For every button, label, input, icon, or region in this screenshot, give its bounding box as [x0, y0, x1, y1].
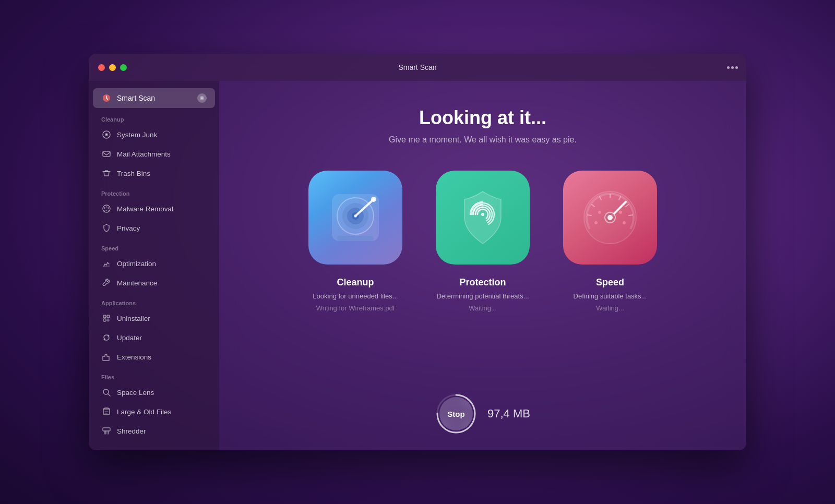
- cleanup-card-icon: [308, 171, 402, 265]
- smart-scan-badge: [197, 93, 207, 103]
- space-lens-label: Space Lens: [117, 389, 154, 397]
- more-options[interactable]: [727, 66, 738, 69]
- cleanup-section-header: Cleanup: [89, 109, 219, 125]
- svg-rect-6: [103, 315, 106, 318]
- sidebar-item-shredder[interactable]: Shredder: [93, 422, 215, 440]
- cleanup-card-status1: Looking for unneeded files...: [313, 292, 398, 300]
- window-body: Smart Scan Cleanup: [89, 81, 746, 450]
- protection-card-status1: Determining potential threats...: [436, 292, 529, 300]
- sidebar-item-optimization[interactable]: Optimization: [93, 254, 215, 273]
- sidebar-item-space-lens[interactable]: Space Lens: [93, 383, 215, 402]
- sidebar-item-smart-scan[interactable]: Smart Scan: [93, 88, 215, 108]
- uninstaller-icon: [101, 313, 112, 323]
- protection-card-title: Protection: [459, 277, 506, 288]
- sidebar-item-maintenance[interactable]: Maintenance: [93, 273, 215, 292]
- sidebar-item-large-old-files[interactable]: Large & Old Files: [93, 402, 215, 421]
- maintenance-icon: [101, 278, 112, 288]
- speed-section-header: Speed: [89, 238, 219, 254]
- svg-point-29: [619, 211, 622, 214]
- large-old-files-label: Large & Old Files: [117, 408, 171, 416]
- svg-point-1: [201, 98, 203, 99]
- shredder-icon: [101, 426, 112, 436]
- app-window: Smart Scan Smart Scan: [89, 54, 746, 450]
- sidebar-item-trash-bins[interactable]: Trash Bins: [93, 164, 215, 183]
- optimization-icon: [101, 258, 112, 269]
- speed-card-title: Speed: [596, 277, 624, 288]
- traffic-lights: [98, 64, 127, 71]
- extensions-label: Extensions: [117, 353, 151, 361]
- close-button[interactable]: [98, 64, 105, 71]
- privacy-icon: [101, 223, 112, 233]
- sidebar-item-malware-removal[interactable]: Malware Removal: [93, 199, 215, 218]
- maximize-button[interactable]: [120, 64, 127, 71]
- privacy-label: Privacy: [117, 224, 140, 232]
- stop-button[interactable]: Stop: [439, 397, 473, 430]
- mail-attachments-icon: [101, 149, 112, 159]
- sidebar-item-updater[interactable]: Updater: [93, 328, 215, 347]
- applications-section-header: Applications: [89, 293, 219, 308]
- protection-section-header: Protection: [89, 183, 219, 199]
- main-title: Looking at it...: [419, 107, 546, 129]
- updater-icon: [101, 332, 112, 343]
- protection-card-status2: Waiting...: [469, 304, 497, 312]
- stop-row: Stop 97,4 MB: [435, 393, 530, 435]
- space-lens-icon: [101, 387, 112, 398]
- svg-line-24: [629, 215, 633, 215]
- large-old-files-icon: [101, 406, 112, 417]
- sidebar-item-uninstaller[interactable]: Uninstaller: [93, 309, 215, 328]
- smart-scan-icon: [101, 93, 112, 103]
- titlebar-title: Smart Scan: [398, 63, 436, 71]
- malware-removal-icon: [101, 203, 112, 214]
- svg-rect-10: [103, 428, 110, 431]
- optimization-label: Optimization: [117, 260, 156, 268]
- svg-rect-4: [103, 151, 110, 157]
- shredder-label: Shredder: [117, 427, 146, 435]
- cleanup-card: Cleanup Looking for unneeded files... Wr…: [298, 171, 413, 312]
- cleanup-card-title: Cleanup: [337, 277, 374, 288]
- updater-label: Updater: [117, 334, 142, 342]
- svg-point-17: [371, 197, 376, 202]
- files-section-header: Files: [89, 367, 219, 382]
- svg-point-19: [481, 213, 484, 216]
- size-label: 97,4 MB: [487, 407, 530, 421]
- mail-attachments-label: Mail Attachments: [117, 150, 171, 158]
- protection-card-icon: [436, 171, 530, 265]
- sidebar-item-extensions[interactable]: Extensions: [93, 347, 215, 366]
- sidebar-item-privacy[interactable]: Privacy: [93, 219, 215, 237]
- svg-point-28: [598, 211, 601, 214]
- protection-card: Protection Determining potential threats…: [425, 171, 540, 312]
- svg-rect-8: [103, 319, 106, 321]
- extensions-icon: [101, 352, 112, 362]
- smart-scan-label: Smart Scan: [117, 94, 192, 102]
- speed-card-status1: Defining suitable tasks...: [574, 292, 647, 300]
- minimize-button[interactable]: [109, 64, 116, 71]
- svg-point-3: [106, 134, 108, 136]
- trash-bins-label: Trash Bins: [117, 170, 150, 177]
- trash-bins-icon: [101, 168, 112, 178]
- system-junk-icon: [101, 129, 112, 140]
- speed-card: Speed Defining suitable tasks... Waiting…: [553, 171, 667, 312]
- main-content: Looking at it... Give me a moment. We al…: [219, 81, 746, 450]
- cards-row: Cleanup Looking for unneeded files... Wr…: [298, 171, 667, 312]
- svg-point-5: [103, 205, 110, 212]
- svg-rect-18: [337, 236, 374, 241]
- svg-rect-7: [107, 315, 110, 318]
- system-junk-label: System Junk: [117, 131, 157, 139]
- main-subtitle: Give me a moment. We all wish it was eas…: [389, 135, 577, 145]
- uninstaller-label: Uninstaller: [117, 315, 150, 322]
- stop-button-wrapper: Stop: [435, 393, 477, 435]
- svg-line-27: [588, 215, 591, 215]
- sidebar-item-system-junk[interactable]: System Junk: [93, 125, 215, 144]
- svg-point-31: [623, 221, 626, 224]
- sidebar: Smart Scan Cleanup: [89, 81, 219, 450]
- svg-point-34: [607, 215, 613, 220]
- titlebar: Smart Scan: [89, 54, 746, 81]
- maintenance-label: Maintenance: [117, 279, 157, 287]
- svg-point-30: [594, 221, 598, 224]
- sidebar-item-mail-attachments[interactable]: Mail Attachments: [93, 145, 215, 163]
- malware-removal-label: Malware Removal: [117, 205, 173, 213]
- speed-card-icon: [563, 171, 657, 265]
- cleanup-card-status2: Writing for Wireframes.pdf: [316, 304, 395, 312]
- speed-card-status2: Waiting...: [596, 304, 624, 312]
